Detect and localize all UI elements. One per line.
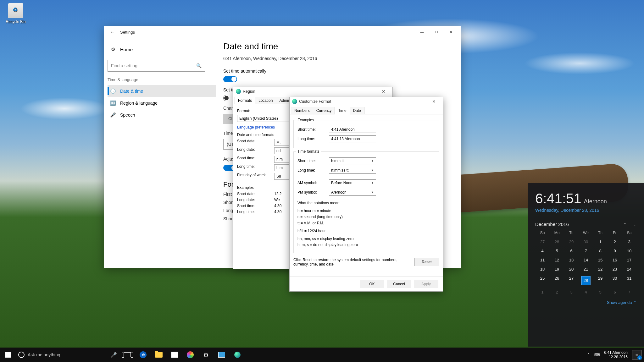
maximize-button[interactable]: ☐: [429, 27, 444, 37]
sidebar-item-speech[interactable]: 🎤 Speech: [108, 109, 216, 121]
show-agenda-link[interactable]: Show agenda ⌃: [535, 300, 636, 305]
am-symbol-combo[interactable]: Before Noon▼: [329, 179, 376, 186]
calendar-day[interactable]: 12: [550, 258, 564, 262]
back-button[interactable]: ←: [106, 29, 119, 35]
calendar-prev-button[interactable]: ⌃: [623, 222, 626, 227]
calendar-day[interactable]: 20: [564, 267, 579, 272]
calendar-dow: Tu: [564, 231, 579, 235]
tab-numbers[interactable]: Numbers: [291, 107, 313, 114]
search-input[interactable]: [111, 63, 196, 68]
tray-clock[interactable]: 6:41 Afernoon 12.28.2016: [604, 350, 628, 359]
calendar-day[interactable]: 18: [535, 267, 550, 272]
minimize-button[interactable]: —: [415, 27, 429, 37]
close-button[interactable]: ✕: [444, 27, 458, 37]
region-close-button[interactable]: ✕: [377, 89, 390, 94]
taskbar-app-explorer[interactable]: [151, 348, 167, 362]
calendar-day[interactable]: 3: [622, 239, 636, 244]
calendar-day[interactable]: 3: [564, 290, 579, 294]
calendar-day[interactable]: 28: [550, 239, 564, 244]
calendar-day[interactable]: 24: [622, 267, 636, 272]
calendar-day[interactable]: 15: [593, 258, 608, 262]
calendar-day[interactable]: 27: [564, 276, 579, 285]
tray-overflow-button[interactable]: ⌃: [587, 353, 590, 357]
reset-button[interactable]: Reset: [414, 258, 439, 266]
calendar-day[interactable]: 29: [564, 239, 579, 244]
recycle-bin-desktop-icon[interactable]: Recycle Bin: [3, 3, 28, 24]
sidebar-item-date-time[interactable]: 🕒 Date & time: [108, 85, 216, 97]
calendar-day[interactable]: 6: [608, 290, 622, 294]
pm-symbol-combo[interactable]: Afernoon▼: [329, 189, 376, 196]
calendar-day[interactable]: 7: [579, 249, 593, 253]
settings-search[interactable]: 🔍: [108, 60, 205, 72]
tray-keyboard-icon[interactable]: ⌨: [594, 353, 600, 357]
short-time-format-combo[interactable]: h:mm tt▼: [329, 157, 376, 164]
taskbar-app-edge[interactable]: [135, 348, 151, 362]
taskbar-search[interactable]: Ask me anything 🎤: [16, 348, 119, 362]
calendar-day[interactable]: 30: [608, 276, 622, 285]
calendar-day[interactable]: 2: [550, 290, 564, 294]
calendar-day[interactable]: 9: [608, 249, 622, 253]
clock-icon: 🕒: [110, 88, 116, 94]
calendar-day[interactable]: 17: [622, 258, 636, 262]
tab-formats[interactable]: Formats: [235, 97, 255, 104]
apply-button[interactable]: Apply: [414, 280, 438, 288]
taskbar-app-region[interactable]: [230, 348, 245, 362]
calendar-day[interactable]: 4: [535, 249, 550, 253]
calendar-day[interactable]: 14: [579, 258, 593, 262]
calendar-day[interactable]: 2: [608, 239, 622, 244]
tab-time[interactable]: Time: [335, 107, 350, 114]
start-button[interactable]: [0, 348, 16, 362]
calendar-day[interactable]: 19: [550, 267, 564, 272]
calendar-day[interactable]: 4: [579, 290, 593, 294]
sidebar-item-region-language[interactable]: 🔤 Region & language: [108, 97, 216, 109]
globe-icon: [236, 89, 241, 94]
set-time-auto-toggle[interactable]: [223, 76, 237, 82]
calendar-day[interactable]: 8: [593, 249, 608, 253]
microphone-icon[interactable]: 🎤: [111, 352, 117, 358]
sidebar-home[interactable]: ⚙ Home: [108, 43, 216, 55]
calendar-day[interactable]: 6: [564, 249, 579, 253]
taskbar-app-settings[interactable]: ⚙: [198, 348, 214, 362]
language-preferences-link[interactable]: Language preferences: [237, 125, 275, 129]
calendar-next-button[interactable]: ⌄: [633, 222, 636, 227]
ex-short-time-label: Short time:: [297, 127, 329, 132]
calendar-day[interactable]: 31: [622, 276, 636, 285]
calendar-day[interactable]: 10: [622, 249, 636, 253]
calendar-month[interactable]: December 2016: [535, 222, 569, 227]
ok-button[interactable]: OK: [360, 280, 384, 288]
task-view-button[interactable]: [119, 348, 135, 362]
tab-currency[interactable]: Currency: [313, 107, 335, 114]
cancel-button[interactable]: Cancel: [387, 280, 411, 288]
flyout-date[interactable]: Wednesday, December 28, 2016: [535, 208, 636, 213]
calendar-day[interactable]: 11: [535, 258, 550, 262]
region-titlebar[interactable]: Region ✕: [233, 87, 392, 96]
calendar-day[interactable]: 26: [550, 276, 564, 285]
calendar-day[interactable]: 21: [579, 267, 593, 272]
taskbar-app-paint[interactable]: [182, 348, 198, 362]
customize-titlebar[interactable]: Customize Format ✕: [290, 97, 443, 106]
calendar-day[interactable]: 13: [564, 258, 579, 262]
sidebar-item-label: Date & time: [120, 89, 143, 94]
calendar-day[interactable]: 30: [579, 239, 593, 244]
calendar-day[interactable]: 25: [535, 276, 550, 285]
calendar-day[interactable]: 7: [622, 290, 636, 294]
long-time-format-combo[interactable]: h:mm:ss tt▼: [329, 167, 376, 174]
calendar-day[interactable]: 5: [593, 290, 608, 294]
search-icon: 🔍: [196, 63, 202, 68]
calendar-day[interactable]: 29: [593, 276, 608, 285]
calendar-day[interactable]: 28: [581, 276, 591, 285]
calendar-day[interactable]: 16: [608, 258, 622, 262]
calendar-day[interactable]: 22: [593, 267, 608, 272]
customize-close-button[interactable]: ✕: [428, 99, 440, 104]
action-center-button[interactable]: ▭ 2: [632, 350, 641, 359]
tab-date[interactable]: Date: [350, 107, 364, 114]
calendar-day[interactable]: 23: [608, 267, 622, 272]
calendar-day[interactable]: 1: [535, 290, 550, 294]
tab-location[interactable]: Location: [255, 97, 276, 104]
calendar-day[interactable]: 5: [550, 249, 564, 253]
calendar-day[interactable]: 1: [593, 239, 608, 244]
taskbar-app-taskmgr[interactable]: [214, 348, 230, 362]
calendar-day[interactable]: 27: [535, 239, 550, 244]
taskbar-app-store[interactable]: [167, 348, 182, 362]
settings-titlebar[interactable]: ← Settings — ☐ ✕: [104, 26, 461, 38]
